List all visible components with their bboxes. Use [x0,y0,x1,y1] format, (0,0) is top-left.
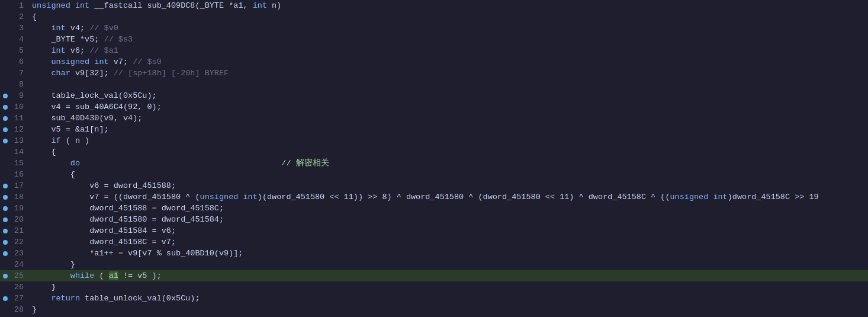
keyword: int [51,46,65,55]
keyword: while [70,271,95,280]
code-line: 11 sub_40D430(v9, v4); [0,113,868,124]
comment: // [sp+18h] [-20h] BYREF [114,69,229,78]
line-content: } [30,259,868,270]
keyword: int [243,193,257,201]
code-line: 4 _BYTE *v5; // $s3 [0,34,868,45]
line-content: { [30,169,868,180]
line-content: char v9[32]; // [sp+18h] [-20h] BYREF [30,68,868,79]
code-line: 19 dword_451588 = dword_45158C; [0,203,868,214]
line-content: dword_451584 = v6; [30,225,868,236]
line-number: 14 [11,146,30,158]
code-line: 20 dword_451580 = dword_451584; [0,214,868,225]
code-line: 14 { [0,146,868,158]
breakpoint-dot[interactable] [0,296,11,301]
line-number: 10 [11,101,30,113]
comment: // $v0 [89,24,118,33]
line-content: } [30,281,868,293]
breakpoint-dot[interactable] [0,184,11,188]
dot-indicator [3,274,8,278]
keyword: int [253,1,267,10]
line-number: 21 [11,225,30,236]
keyword: unsigned [51,57,89,66]
keyword: if [51,136,60,145]
dot-indicator [3,240,8,245]
line-content: do // 解密相关 [30,158,868,169]
code-line: 25 while ( a1 != v5 ); [0,270,868,281]
line-number: 8 [11,79,30,90]
code-line: 9 table_lock_val(0x5Cu); [0,90,868,101]
dot-indicator [3,139,8,143]
breakpoint-dot[interactable] [0,116,11,121]
keyword: unsigned [32,1,70,10]
code-line: 1unsigned int __fastcall sub_409DC8(_BYT… [0,0,868,11]
line-content: dword_451580 = dword_451584; [30,214,868,225]
dot-indicator [3,206,8,211]
code-line: 7 char v9[32]; // [sp+18h] [-20h] BYREF [0,68,868,79]
line-number: 22 [11,236,30,248]
line-number: 11 [11,113,30,124]
line-number: 15 [11,158,30,169]
line-content: { [30,11,868,23]
breakpoint-dot[interactable] [0,206,11,211]
breakpoint-dot[interactable] [0,240,11,245]
code-line: 23 *a1++ = v9[v7 % sub_40BD10(v9)]; [0,248,868,259]
line-number: 7 [11,68,30,79]
line-number: 23 [11,248,30,259]
code-line: 15 do // 解密相关 [0,158,868,169]
code-line: 10 v4 = sub_40A6C4(92, 0); [0,101,868,113]
keyword: unsigned [670,193,709,201]
breakpoint-dot[interactable] [0,251,11,256]
keyword: return [51,294,80,303]
breakpoint-dot[interactable] [0,217,11,222]
line-number: 27 [11,293,30,304]
dot-indicator [3,217,8,222]
breakpoint-dot[interactable] [0,139,11,143]
code-line: 17 v6 = dword_451588; [0,180,868,191]
line-number: 1 [11,0,30,11]
line-number: 3 [11,23,30,34]
line-content: *a1++ = v9[v7 % sub_40BD10(v9)]; [30,248,868,259]
line-content: dword_451588 = dword_45158C; [30,203,868,214]
code-line: 6 unsigned int v7; // $s0 [0,56,868,68]
line-content: return table_unlock_val(0x5Cu); [30,293,868,304]
keyword: int [94,57,108,66]
line-number: 20 [11,214,30,225]
breakpoint-dot[interactable] [0,127,11,132]
dot-indicator [3,251,8,256]
line-content: unsigned int v7; // $s0 [30,56,868,68]
breakpoint-dot[interactable] [0,195,11,200]
comment: // $s3 [104,35,133,44]
dot-indicator [3,105,8,110]
line-content: v6 = dword_451588; [30,180,868,191]
code-line: 28} [0,304,868,315]
code-line: 2{ [0,11,868,23]
line-number: 12 [11,124,30,135]
dot-indicator [3,195,8,200]
line-number: 18 [11,191,30,203]
line-content: _BYTE *v5; // $s3 [30,34,868,45]
breakpoint-dot[interactable] [0,229,11,233]
code-line: 24 } [0,259,868,270]
code-line: 22 dword_45158C = v7; [0,236,868,248]
keyword: char [51,69,70,78]
code-editor: 1unsigned int __fastcall sub_409DC8(_BYT… [0,0,868,317]
comment: // $a1 [89,46,118,55]
code-line: 21 dword_451584 = v6; [0,225,868,236]
highlighted-variable: a1 [109,271,118,280]
line-number: 5 [11,45,30,56]
line-content: sub_40D430(v9, v4); [30,113,868,124]
code-line: 16 { [0,169,868,180]
code-line: 3 int v4; // $v0 [0,23,868,34]
line-content: int v4; // $v0 [30,23,868,34]
code-line: 27 return table_unlock_val(0x5Cu); [0,293,868,304]
breakpoint-dot[interactable] [0,105,11,110]
line-content: if ( n ) [30,135,868,146]
line-number: 17 [11,180,30,191]
breakpoint-dot[interactable] [0,94,11,98]
code-line: 12 v5 = &a1[n]; [0,124,868,135]
line-number: 28 [11,304,30,315]
dot-indicator [3,184,8,188]
line-number: 25 [11,270,30,281]
breakpoint-dot[interactable] [0,274,11,278]
dot-indicator [3,116,8,121]
